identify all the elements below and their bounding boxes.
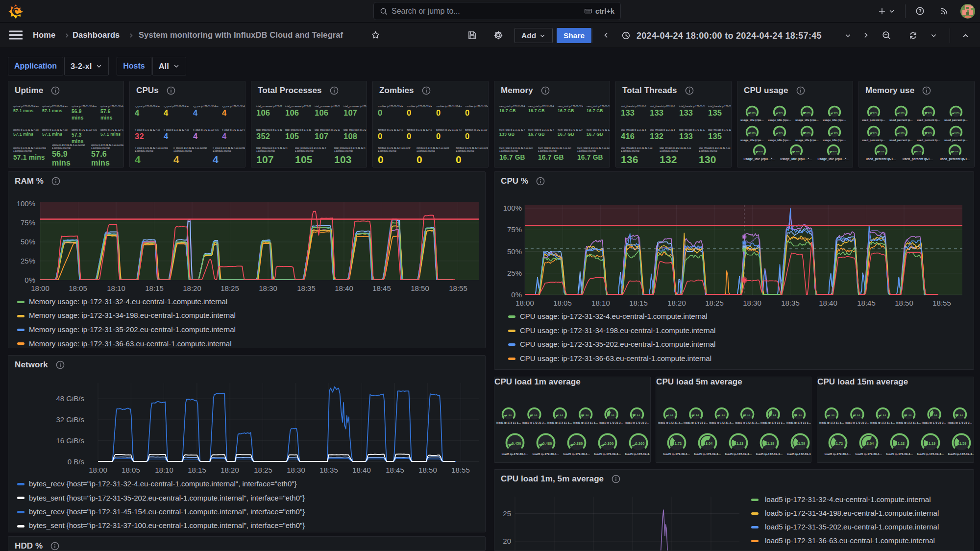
svg-text:1.72: 1.72: [836, 441, 843, 446]
svg-text:97%: 97%: [779, 132, 784, 134]
svg-text:97%: 97%: [901, 112, 905, 114]
svg-text:97%: 97%: [834, 132, 838, 134]
svg-text:1.1: 1.1: [908, 414, 912, 416]
svg-text:1.1: 1.1: [799, 414, 802, 416]
svg-text:97%: 97%: [917, 150, 922, 153]
svg-text:1.19: 1.19: [767, 441, 775, 446]
svg-text:1.59: 1.59: [798, 441, 806, 446]
svg-text:1.1: 1.1: [934, 414, 937, 416]
svg-text:1.1: 1.1: [722, 414, 725, 416]
svg-text:1.1: 1.1: [747, 414, 751, 416]
svg-text:97%: 97%: [752, 112, 756, 114]
svg-text:97%: 97%: [752, 132, 756, 134]
svg-text:97%: 97%: [928, 112, 932, 114]
svg-text:97%: 97%: [956, 112, 960, 114]
svg-text:1.1: 1.1: [534, 414, 538, 416]
svg-text:97%: 97%: [796, 150, 800, 153]
svg-text:1.1: 1.1: [883, 414, 886, 416]
svg-text:97%: 97%: [956, 132, 960, 134]
svg-text:3.04: 3.04: [706, 441, 713, 446]
svg-text:97%: 97%: [779, 112, 784, 114]
svg-text:3.04: 3.04: [867, 441, 874, 446]
svg-text:1.1: 1.1: [696, 414, 699, 416]
svg-text:1.1: 1.1: [637, 414, 640, 416]
svg-text:1.59: 1.59: [959, 441, 967, 446]
svg-text:1.1: 1.1: [560, 414, 564, 416]
svg-text:0.450: 0.450: [512, 441, 521, 446]
svg-text:97%: 97%: [873, 112, 878, 114]
svg-text:97%: 97%: [833, 150, 837, 153]
svg-text:97%: 97%: [759, 150, 763, 153]
svg-text:1.23: 1.23: [898, 441, 905, 446]
svg-text:1.1: 1.1: [832, 414, 835, 416]
svg-text:1.1: 1.1: [509, 414, 512, 416]
svg-text:1.1: 1.1: [960, 414, 963, 416]
svg-text:97%: 97%: [881, 150, 885, 153]
svg-text:1.23: 1.23: [736, 441, 744, 446]
svg-text:97%: 97%: [901, 132, 905, 134]
svg-text:0.380: 0.380: [574, 441, 583, 446]
svg-text:0.300: 0.300: [605, 441, 614, 446]
svg-text:1.1: 1.1: [670, 414, 674, 416]
svg-text:0.260: 0.260: [636, 441, 645, 446]
svg-text:97%: 97%: [873, 132, 878, 134]
svg-text:97%: 97%: [834, 112, 838, 114]
svg-text:97%: 97%: [807, 112, 811, 114]
svg-text:1.1: 1.1: [586, 414, 589, 416]
svg-text:97%: 97%: [807, 132, 811, 134]
svg-text:1.1: 1.1: [857, 414, 860, 416]
svg-text:1.72: 1.72: [675, 441, 682, 446]
svg-text:1.1: 1.1: [773, 414, 776, 416]
svg-text:97%: 97%: [955, 150, 959, 153]
svg-text:1.1: 1.1: [611, 414, 614, 416]
svg-text:97%: 97%: [928, 132, 932, 134]
svg-text:0.480: 0.480: [543, 441, 552, 446]
svg-text:1.19: 1.19: [929, 441, 936, 446]
